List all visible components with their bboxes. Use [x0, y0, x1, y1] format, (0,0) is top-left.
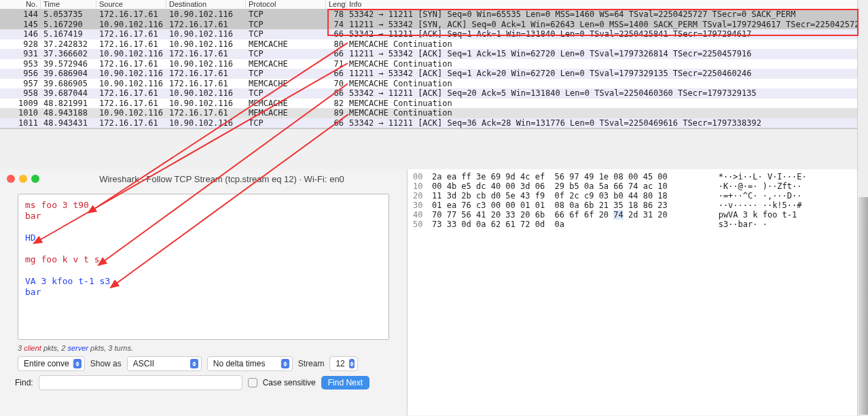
conversation-select[interactable]: Entire conve — [18, 356, 85, 371]
show-as-select[interactable]: ASCII — [127, 356, 202, 371]
stream-summary: 3 client pkts, 2 server pkts, 3 turns. — [18, 344, 389, 352]
packet-row[interactable]: 95739.68690510.90.102.116172.16.17.61MEM… — [0, 79, 868, 89]
delta-select[interactable]: No delta times — [207, 356, 293, 371]
zoom-icon[interactable] — [31, 175, 39, 183]
stream-controls: Entire conve Show as ASCII No delta time… — [18, 356, 389, 371]
packet-row[interactable]: 101048.94318810.90.102.116172.16.17.61ME… — [0, 108, 868, 118]
packet-row[interactable]: 100948.821991172.16.17.6110.90.102.116ME… — [0, 99, 868, 109]
packet-row[interactable]: 1465.167419172.16.17.6110.90.102.116TCP6… — [0, 29, 868, 39]
minimize-icon[interactable] — [19, 175, 27, 183]
packet-row[interactable]: 101148.943431172.16.17.6110.90.102.116TC… — [0, 118, 868, 128]
case-sensitive-checkbox[interactable] — [248, 378, 257, 387]
packet-headers: No. Time Source Destination Protocol Len… — [0, 0, 868, 10]
separator-bar — [0, 128, 868, 169]
packet-row[interactable]: 95639.68690410.90.102.116172.16.17.61TCP… — [0, 69, 868, 79]
packet-row[interactable]: 1455.16729010.90.102.116172.16.17.61TCP7… — [0, 20, 868, 30]
follow-stream-window: Wireshark · Follow TCP Stream (tcp.strea… — [0, 169, 408, 415]
close-icon[interactable] — [7, 175, 15, 183]
stream-number[interactable]: 12 — [329, 356, 358, 371]
hex-dump-panel[interactable]: 002a ea ff 3e 69 9d 4c ef 56 97 49 1e 08… — [408, 169, 868, 415]
find-row: Find: Case sensitive Find Next — [15, 375, 392, 390]
tcp-stream-content[interactable]: ms foo 3 t90bar HD mg foo k v t s VA 3 k… — [18, 194, 389, 340]
show-as-label: Show as — [90, 359, 122, 368]
stream-label: Stream — [298, 359, 325, 368]
packet-row[interactable]: 95339.572946172.16.17.6110.90.102.116MEM… — [0, 59, 868, 69]
packet-row[interactable]: 95839.687044172.16.17.6110.90.102.116TCP… — [0, 88, 868, 99]
find-input[interactable] — [39, 375, 242, 390]
packet-row[interactable]: 92837.242832172.16.17.6110.90.102.116MEM… — [0, 39, 868, 50]
right-shadow — [858, 197, 868, 415]
case-sensitive-label: Case sensitive — [263, 378, 316, 387]
packet-list[interactable]: No. Time Source Destination Protocol Len… — [0, 0, 868, 128]
packet-row[interactable]: 93137.36660210.90.102.116172.16.17.61TCP… — [0, 49, 868, 59]
window-title: Wireshark · Follow TCP Stream (tcp.strea… — [43, 174, 400, 184]
find-next-button[interactable]: Find Next — [321, 376, 369, 389]
window-titlebar[interactable]: Wireshark · Follow TCP Stream (tcp.strea… — [0, 169, 407, 188]
packet-row[interactable]: 1445.053735172.16.17.6110.90.102.116TCP7… — [0, 10, 868, 20]
find-label: Find: — [15, 378, 33, 387]
